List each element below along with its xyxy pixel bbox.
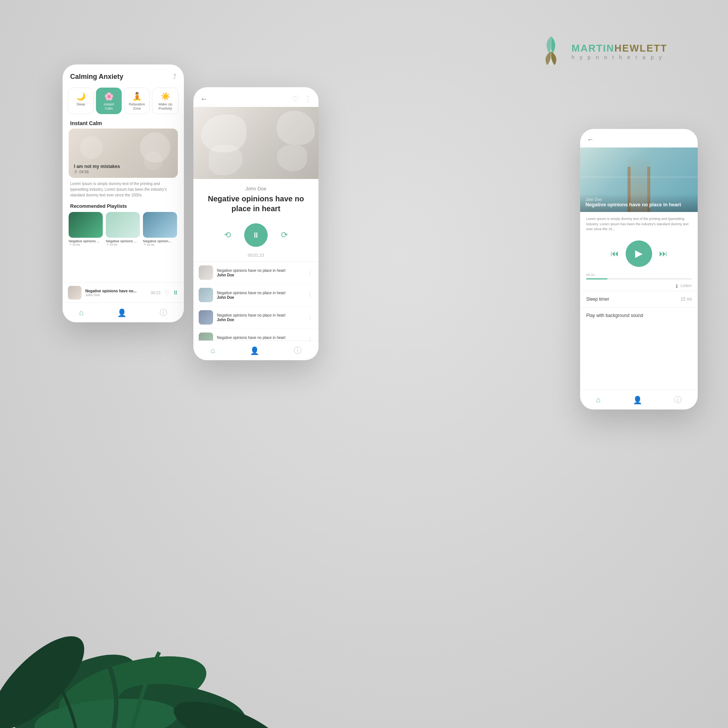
time-icon-2: ⏱ — [106, 243, 109, 246]
playlist-time-1: ⏱ 04:56 — [69, 243, 103, 246]
p2-header-icons: ♡ ⋮ — [292, 94, 312, 103]
playlist-card-1[interactable]: Negative opinions ... ⏱ 04:56 — [69, 212, 103, 246]
time-icon-1: ⏱ — [69, 243, 72, 246]
track-info-1: Negative opinions have no place in heart… — [217, 268, 303, 277]
time-icon-3: ⏱ — [143, 243, 146, 246]
mini-heart-icon[interactable]: ♡ — [164, 289, 169, 297]
track-menu-1[interactable]: ⋮ — [307, 269, 313, 276]
cat-tab-wakeup[interactable]: ☀️ Wake Up Positivity — [152, 88, 179, 114]
mini-time: 00:23 — [151, 291, 160, 295]
track-menu-2[interactable]: ⋮ — [307, 292, 313, 299]
mini-artist: John Doe — [85, 293, 147, 297]
p2-pause-icon: ⏸ — [252, 231, 260, 240]
featured-card[interactable]: I am not my mistakes ⏱ 04:56 — [69, 129, 178, 178]
cat-label-sleep: Sleep — [76, 102, 85, 107]
mini-pause-icon[interactable]: ⏸ — [173, 289, 179, 296]
p3-forward-btn[interactable]: ⏭ — [659, 249, 667, 259]
track-info-2: Negative opinions have no place in heart… — [217, 290, 303, 300]
playlist-label-3: Negative opinion... — [143, 239, 177, 243]
p3-nav-info[interactable]: ⓘ — [674, 395, 682, 405]
p2-nav-home[interactable]: ⌂ — [210, 346, 215, 355]
p3-nav-user[interactable]: 👤 — [633, 395, 642, 405]
track-item-3[interactable]: Negative opinions have no place in heart… — [193, 306, 318, 329]
p1-title: Calming Anxiety — [70, 73, 123, 81]
p1-nav-home[interactable]: ⌂ — [79, 308, 84, 317]
playlist-img-3 — [143, 212, 177, 238]
p1-nav-info[interactable]: ⓘ — [160, 308, 167, 318]
playlists-title: Recommended Playlists — [63, 201, 184, 212]
playlists-row: Negative opinions ... ⏱ 04:56 Negative o… — [63, 212, 184, 246]
p3-card-artist: John Doe — [585, 198, 692, 202]
p3-progress-labels: 00:31 — [586, 273, 692, 277]
p3-progress-fill — [586, 278, 607, 279]
p3-description: Lorem Ipsum is simply dummy text of the … — [580, 212, 698, 237]
cat-tab-relaxation[interactable]: 🧘 Relaxation Zone — [124, 88, 150, 114]
p2-rewind-btn[interactable]: ⟲ — [220, 228, 235, 243]
p3-sleep-timer[interactable]: Sleep timer 15 mi — [580, 291, 698, 307]
cat-tab-sleep[interactable]: 🌙 Sleep — [68, 88, 94, 114]
p3-bg-sound-label: Play with background sound — [586, 313, 643, 318]
p3-sleep-timer-label: Sleep timer — [586, 297, 609, 302]
p2-trackname: Negative opinions have no place in heart — [201, 194, 311, 213]
p1-nav-user[interactable]: 👤 — [117, 308, 127, 317]
p1-description: Lorem Ipsum is simply dummy text of the … — [63, 178, 184, 201]
brand-name: MARTINHEWLETT — [571, 42, 667, 54]
playlist-card-3[interactable]: Negative opinion... ⏱ 04:56 — [143, 212, 177, 246]
track-item-2[interactable]: Negative opinions have no place in heart… — [193, 284, 318, 306]
p1-header: Calming Anxiety ⤴ — [63, 64, 184, 85]
p2-info: John Doe Negative opinions have no place… — [193, 179, 318, 217]
p3-card-overlay: John Doe Negative opinions have no place… — [580, 194, 698, 212]
relaxation-icon: 🧘 — [132, 92, 142, 101]
mini-player[interactable]: Negative opinions have no... John Doe 00… — [63, 282, 184, 303]
track-name-4: Negative opinions have no place in heart — [217, 335, 303, 340]
p3-hero: John Doe Negative opinions have no place… — [580, 147, 698, 212]
track-thumb-1 — [199, 265, 213, 280]
p1-bottom-nav: ⌂ 👤 ⓘ — [63, 303, 184, 322]
featured-time: ⏱ 04:56 — [74, 170, 173, 174]
p3-controls: ⏮ ▶ ⏭ — [580, 237, 698, 271]
p2-nav-info[interactable]: ⓘ — [294, 345, 301, 356]
p3-play-icon: ▶ — [635, 248, 643, 259]
cat-label-instant-calm: Instant Calm — [99, 102, 118, 111]
p2-forward-btn[interactable]: ⟳ — [277, 228, 292, 243]
wakeup-icon: ☀️ — [161, 92, 170, 101]
p3-header: ← — [580, 129, 698, 147]
phone-2: ← ♡ ⋮ John Doe Negative opinions have no… — [193, 87, 318, 360]
p3-listen-label: Listen — [681, 283, 692, 289]
p3-bg-sound[interactable]: Play with background sound — [580, 307, 698, 323]
phone-3: ← John Doe Negative opinions have no pla… — [580, 129, 698, 410]
p2-hero — [193, 107, 318, 179]
track-artist-3: John Doe — [217, 318, 303, 322]
track-name-2: Negative opinions have no place in heart — [217, 290, 303, 295]
track-name-3: Negative opinions have no place in heart — [217, 313, 303, 318]
playlist-img-2 — [106, 212, 140, 238]
playlist-label-2: Negative opinions ... — [106, 239, 140, 243]
sleep-icon: 🌙 — [76, 92, 86, 101]
playlist-label-1: Negative opinions ... — [69, 239, 103, 243]
track-menu-3[interactable]: ⋮ — [307, 314, 313, 321]
p3-play-btn[interactable]: ▶ — [626, 240, 652, 267]
share-icon[interactable]: ⤴ — [173, 73, 176, 81]
p2-menu-icon[interactable]: ⋮ — [304, 94, 312, 103]
cat-label-relaxation: Relaxation Zone — [127, 102, 146, 111]
playlist-time-2: ⏱ 04:56 — [106, 243, 140, 246]
p3-sleep-timer-value: 15 mi — [681, 297, 692, 302]
brand-icon — [536, 34, 566, 68]
p3-download-icon[interactable]: ⬇ — [675, 283, 679, 289]
playlist-img-1 — [69, 212, 103, 238]
playlist-card-2[interactable]: Negative opinions ... ⏱ 04:56 — [106, 212, 140, 246]
p3-progress-bar[interactable] — [586, 278, 692, 279]
p3-rewind-btn[interactable]: ⏮ — [610, 249, 619, 259]
cat-label-wakeup: Wake Up Positivity — [155, 102, 175, 111]
p3-back-icon[interactable]: ← — [587, 136, 594, 143]
p2-nav-user[interactable]: 👤 — [250, 346, 259, 355]
p2-heart-icon[interactable]: ♡ — [292, 94, 299, 103]
p2-back-icon[interactable]: ← — [200, 94, 208, 103]
p2-play-btn[interactable]: ⏸ — [244, 223, 268, 247]
track-item-1[interactable]: Negative opinions have no place in heart… — [193, 262, 318, 284]
p2-timer: 00:01:23 — [193, 253, 318, 261]
p2-hero-flowers — [193, 107, 318, 179]
p3-nav-home[interactable]: ⌂ — [596, 395, 601, 404]
cat-tab-instant-calm[interactable]: 🌸 Instant Calm — [96, 88, 122, 114]
playlist-time-3: ⏱ 04:56 — [143, 243, 177, 246]
